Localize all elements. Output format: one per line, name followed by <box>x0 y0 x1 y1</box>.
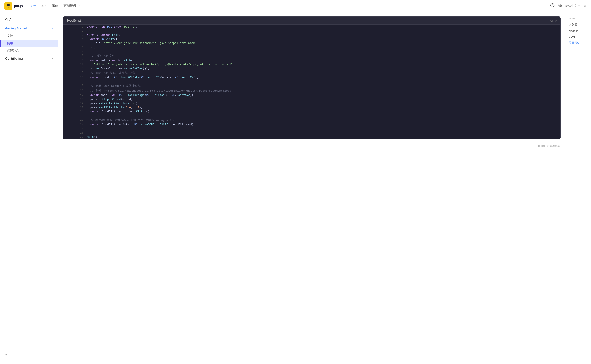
code-header: TypeScript ⧉ ⤢ <box>63 17 560 25</box>
nav-changelog[interactable]: 更新记录 ↗ <box>64 4 81 8</box>
right-item-npm[interactable]: NPM <box>567 16 589 21</box>
right-sidebar: NPM 浏览器 Node.js CDN 简单示例 <box>565 12 591 364</box>
content-area: TypeScript ⧉ ⤢ 1 import * as PCL from 'p… <box>59 12 565 364</box>
chevron-right-icon: › <box>52 57 53 60</box>
sidebar-sub-sandbox[interactable]: 代码沙盒 <box>0 47 58 54</box>
table-row: 15 // 使用 PassThrough 过滤器过滤点云 <box>63 84 560 88</box>
code-panel: TypeScript ⧉ ⤢ 1 import * as PCL from 'p… <box>63 16 561 139</box>
sidebar-item-getting-started[interactable]: Getting Started ▾ <box>0 24 58 32</box>
nav-docs[interactable]: 文档 <box>30 4 36 8</box>
copy-icon[interactable]: ⧉ <box>551 19 553 23</box>
table-row: 4 await PCL.init({ <box>63 37 560 41</box>
expand-icon[interactable]: ⤢ <box>554 19 557 23</box>
right-item-simple-example[interactable]: 简单示例 <box>567 40 589 46</box>
sidebar-collapse-button[interactable]: « <box>5 352 53 357</box>
sidebar-item-intro[interactable]: 介绍 <box>0 16 58 24</box>
nav-api[interactable]: API <box>41 4 46 8</box>
right-item-cdn[interactable]: CDN <box>567 34 589 40</box>
table-row: 5 url: 'https://cdn.jsdelivr.net/npm/pcl… <box>63 41 560 45</box>
code-body: 1 import * as PCL from 'pcl.js'; 2 3 asy… <box>63 25 560 139</box>
sidebar-sub-install[interactable]: 安装 <box>0 32 58 40</box>
right-item-nodejs[interactable]: Node.js <box>567 28 589 34</box>
main-layout: 介绍 Getting Started ▾ 安装 使用 代码沙盒 Contribu… <box>0 12 591 364</box>
table-row: 26 <box>63 131 560 135</box>
sidebar-sub-usage[interactable]: 使用 <box>0 40 58 47</box>
nav-examples[interactable]: 示例 <box>52 4 58 8</box>
table-row: 25 } <box>63 127 560 131</box>
table-row: 13 const cloud = PCL.loadPCDData<PCL.Poi… <box>63 75 560 79</box>
table-row: 24 const cloudFilteredData = PCL.savePCD… <box>63 123 560 127</box>
table-row: 22 <box>63 114 560 118</box>
header-right: 译 简体中文 ▾ ☀ <box>550 3 587 9</box>
table-row: 16 // 参考: https://pcl.readthedocs.io/pro… <box>63 88 560 93</box>
sidebar-footer: « <box>0 349 58 361</box>
table-row: 8 // 获取 PCD 文件 <box>63 53 560 58</box>
table-row: 10 'https://cdn.jsdelivr.net/gh/luoxuhai… <box>63 62 560 66</box>
table-row: 14 <box>63 79 560 84</box>
table-row: 1 import * as PCL from 'pcl.js'; <box>63 25 560 29</box>
translate-icon: 译 <box>558 4 562 8</box>
table-row: 12 // 加载 PCD 数据, 返回点云对象 <box>63 71 560 75</box>
logo-icon: pcl .js <box>4 2 12 10</box>
github-icon[interactable] <box>550 3 555 9</box>
logo-area: pcl .js pcl.js <box>4 2 23 10</box>
table-row: 20 pass.setFilterLimits(0.0, 1.0); <box>63 105 560 110</box>
sidebar: 介绍 Getting Started ▾ 安装 使用 代码沙盒 Contribu… <box>0 12 59 364</box>
table-row: 2 <box>63 29 560 33</box>
code-table: 1 import * as PCL from 'pcl.js'; 2 3 asy… <box>63 25 560 139</box>
lang-selector[interactable]: 简体中文 ▾ <box>565 4 580 8</box>
table-row: 21 const cloudFiltered = pass.filter(); <box>63 110 560 114</box>
brand-name: pcl.js <box>14 4 23 8</box>
chevron-down-icon: ▾ <box>51 26 53 30</box>
chevron-down-icon: ▾ <box>578 4 580 8</box>
right-item-browser[interactable]: 浏览器 <box>567 21 589 28</box>
table-row: 19 pass.setFilterFieldName('z'); <box>63 101 560 105</box>
table-row: 7 <box>63 49 560 53</box>
sidebar-item-contributing[interactable]: Contributing › <box>0 54 58 62</box>
table-row: 11 ).then((res) => res.arrayBuffer()); <box>63 66 560 71</box>
table-row: 9 const data = await fetch( <box>63 58 560 62</box>
table-row: 6 }); <box>63 45 560 49</box>
header: pcl .js pcl.js 文档 API 示例 更新记录 ↗ 译 简体中文 ▾… <box>0 0 591 12</box>
table-row: 3 async function main() { <box>63 33 560 37</box>
footer-copyright: CSDN @小码数据集 <box>59 143 565 149</box>
table-row: 27 main(); <box>63 135 560 139</box>
theme-toggle[interactable]: ☀ <box>583 4 587 8</box>
table-row: 18 pass.setInputCloud(cloud); <box>63 97 560 101</box>
table-row: 23 // 将过滤后的点云对象保存为 PCD 文件，内容为 ArrayBuffe… <box>63 118 560 123</box>
table-row: 17 const pass = new PCL.PassThrough<PCL.… <box>63 93 560 97</box>
